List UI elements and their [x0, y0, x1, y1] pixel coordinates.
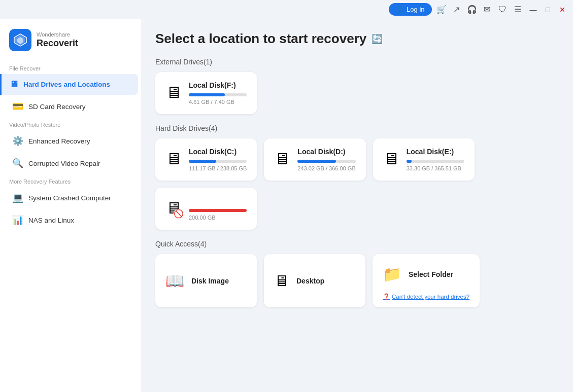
- crashed-icon: 💻: [12, 192, 23, 203]
- shield-icon[interactable]: 🛡: [497, 4, 508, 15]
- sidebar-item-label: Hard Drives and Locations: [23, 81, 110, 88]
- progress-bar-fill-broken: [189, 209, 247, 212]
- quick-access-section-title: Quick Access(4): [155, 240, 559, 248]
- sidebar-item-label: SD Card Recovery: [28, 103, 86, 111]
- qa-disk-image[interactable]: 📖 Disk Image: [155, 254, 257, 307]
- enhanced-icon: ⚙️: [12, 135, 23, 147]
- headset-icon[interactable]: 🎧: [466, 4, 478, 15]
- app-layout: Wondershare Recoverit File Recover 🖥 Har…: [0, 19, 573, 392]
- file-recover-section-label: File Recover: [0, 61, 141, 74]
- quick-access-grid: 📖 Disk Image 🖥 Desktop 📁 Select Folder ❓…: [155, 254, 559, 307]
- detect-link-text: Can't detect your hard drives?: [392, 294, 469, 300]
- progress-bar-bg-broken: [189, 209, 247, 212]
- page-title: Select a location to start recovery 🔄: [155, 31, 559, 47]
- product-name: Recoverit: [37, 38, 78, 49]
- drive-card-f[interactable]: 🖥 Local Disk(F:) 4.61 GB / 7.40 GB: [155, 72, 257, 114]
- menu-icon[interactable]: ☰: [512, 4, 523, 15]
- drive-space-broken: 200.00 GB: [189, 215, 247, 221]
- qa-desktop-label: Desktop: [296, 277, 324, 285]
- main-content: Select a location to start recovery 🔄 Ex…: [141, 19, 573, 392]
- sidebar-item-corrupted[interactable]: 🔍 Corrupted Video Repair: [3, 153, 138, 174]
- drive-info-e: Local Disk(E:) 33.30 GB / 365.51 GB: [407, 148, 464, 171]
- drive-card-d[interactable]: 🖥 Local Disk(D:) 243.02 GB / 366.00 GB: [264, 138, 365, 181]
- sidebar-item-enhanced[interactable]: ⚙️ Enhanced Recovery: [3, 130, 138, 152]
- drive-icon-broken: 🖥 🚫: [165, 199, 182, 218]
- drive-icon-d: 🖥: [274, 150, 290, 168]
- close-button[interactable]: ✕: [557, 6, 568, 14]
- hard-drive-icon: 🖥: [9, 79, 18, 90]
- sidebar-item-label: System Crashed Computer: [28, 194, 111, 202]
- drive-space-f: 4.61 GB / 7.40 GB: [189, 99, 247, 105]
- hard-drives-grid: 🖥 Local Disk(C:) 111.17 GB / 238.05 GB 🖥…: [155, 138, 559, 230]
- sidebar: Wondershare Recoverit File Recover 🖥 Har…: [0, 19, 141, 392]
- drive-info-c: Local Disk(C:) 111.17 GB / 238.05 GB: [189, 148, 247, 171]
- video-photo-section-label: Video/Photo Restore: [0, 118, 141, 130]
- drive-space-c: 111.17 GB / 238.05 GB: [189, 165, 247, 171]
- progress-bar-fill-f: [189, 93, 225, 96]
- nas-icon: 📊: [12, 215, 23, 226]
- sidebar-item-label: Corrupted Video Repair: [28, 160, 100, 167]
- folder-icon: 📁: [383, 265, 401, 283]
- app-logo: Wondershare Recoverit: [0, 24, 141, 61]
- detect-link-icon: ❓: [383, 293, 390, 300]
- drive-name-e: Local Disk(E:): [407, 148, 464, 156]
- titlebar: 👤 Log in 🛒 ↗ 🎧 ✉ 🛡 ☰ — □ ✕: [0, 0, 573, 19]
- drive-info-broken: 200.00 GB: [189, 197, 247, 221]
- qa-select-folder-label: Select Folder: [409, 270, 453, 278]
- drive-info-f: Local Disk(F:) 4.61 GB / 7.40 GB: [189, 81, 247, 105]
- share-icon[interactable]: ↗: [451, 4, 462, 15]
- qa-disk-image-label: Disk Image: [191, 277, 229, 285]
- drive-name-d: Local Disk(D:): [297, 148, 355, 156]
- sidebar-item-hard-drives[interactable]: 🖥 Hard Drives and Locations: [0, 74, 138, 95]
- minimize-button[interactable]: —: [527, 6, 540, 14]
- cart-icon[interactable]: 🛒: [436, 4, 447, 15]
- more-recovery-section-label: More Recovery Features: [0, 174, 141, 187]
- drive-name-broken: [189, 197, 247, 205]
- hard-disk-section-title: Hard Disk Drives(4): [155, 124, 559, 132]
- progress-bar-bg-c: [189, 160, 247, 163]
- drive-icon-e: 🖥: [383, 150, 399, 168]
- progress-bar-bg-d: [297, 160, 355, 163]
- detect-link[interactable]: ❓ Can't detect your hard drives?: [383, 293, 469, 300]
- drive-card-e[interactable]: 🖥 Local Disk(E:) 33.30 GB / 365.51 GB: [373, 138, 475, 181]
- drive-name-c: Local Disk(C:): [189, 148, 247, 156]
- login-button[interactable]: 👤 Log in: [389, 3, 431, 16]
- maximize-button[interactable]: □: [544, 6, 553, 14]
- drive-space-d: 243.02 GB / 366.00 GB: [297, 165, 355, 171]
- progress-bar-fill-d: [297, 160, 335, 163]
- drive-space-e: 33.30 GB / 365.51 GB: [407, 165, 464, 171]
- drive-card-c[interactable]: 🖥 Local Disk(C:) 111.17 GB / 238.05 GB: [155, 138, 257, 181]
- mail-icon[interactable]: ✉: [482, 4, 493, 15]
- external-drives-grid: 🖥 Local Disk(F:) 4.61 GB / 7.40 GB: [155, 72, 559, 114]
- drive-info-d: Local Disk(D:) 243.02 GB / 366.00 GB: [297, 148, 355, 171]
- external-drives-section-title: External Drives(1): [155, 58, 559, 66]
- qa-desktop[interactable]: 🖥 Desktop: [264, 254, 365, 307]
- sd-card-icon: 💳: [12, 101, 23, 112]
- login-label: Log in: [407, 6, 424, 13]
- refresh-icon[interactable]: 🔄: [372, 33, 383, 45]
- progress-bar-bg-e: [407, 160, 464, 163]
- sidebar-item-nas[interactable]: 📊 NAS and Linux: [3, 209, 138, 231]
- desktop-icon: 🖥: [274, 272, 289, 290]
- brand-name: Wondershare: [37, 31, 78, 38]
- sidebar-item-label: NAS and Linux: [28, 217, 74, 224]
- sidebar-item-system-crashed[interactable]: 💻 System Crashed Computer: [3, 187, 138, 208]
- corrupted-icon: 🔍: [12, 158, 23, 169]
- drive-icon-f: 🖥: [165, 83, 182, 102]
- drive-name-f: Local Disk(F:): [189, 81, 247, 89]
- sidebar-item-sd-card[interactable]: 💳 SD Card Recovery: [3, 96, 138, 117]
- logo-text: Wondershare Recoverit: [37, 31, 78, 49]
- user-icon: 👤: [396, 6, 404, 13]
- progress-bar-fill-e: [407, 160, 412, 163]
- disk-image-icon: 📖: [165, 272, 184, 290]
- qa-select-folder[interactable]: 📁 Select Folder ❓ Can't detect your hard…: [373, 254, 480, 307]
- drive-card-broken[interactable]: 🖥 🚫 200.00 GB: [155, 188, 257, 230]
- drive-icon-c: 🖥: [165, 150, 182, 168]
- sidebar-item-label: Enhanced Recovery: [28, 137, 90, 145]
- page-title-text: Select a location to start recovery: [155, 31, 366, 47]
- progress-bar-fill-c: [189, 160, 216, 163]
- logo-icon: [9, 29, 31, 51]
- progress-bar-bg-f: [189, 93, 247, 96]
